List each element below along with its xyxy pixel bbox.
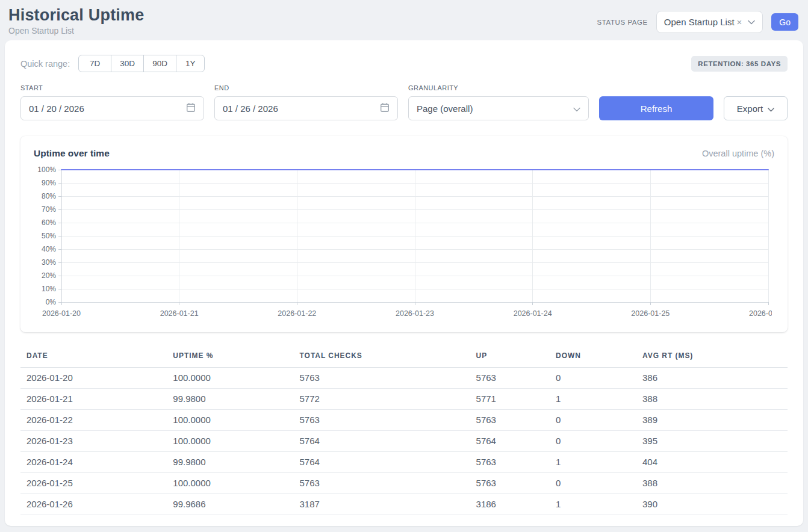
table-cell: 5763 (470, 452, 550, 473)
table-cell: 2026-01-21 (20, 389, 167, 410)
table-cell: 1 (550, 389, 636, 410)
go-button[interactable]: Go (771, 13, 798, 31)
chart-legend: Overall uptime (%) (702, 149, 774, 158)
svg-text:70%: 70% (42, 205, 56, 214)
svg-text:100%: 100% (37, 165, 56, 174)
svg-text:60%: 60% (42, 218, 56, 227)
status-page-select[interactable]: Open Startup List × (656, 11, 763, 33)
granularity-field: GRANULARITY Page (overall) (408, 84, 589, 120)
table-cell: 5764 (470, 431, 550, 452)
status-page-label: STATUS PAGE (597, 19, 648, 26)
export-button[interactable]: Export (724, 96, 788, 120)
table-cell: 1 (550, 452, 636, 473)
title-block: Historical Uptime Open Startup List (8, 6, 144, 36)
table-cell: 99.9686 (167, 494, 293, 515)
svg-text:90%: 90% (42, 179, 56, 187)
table-cell: 2026-01-25 (20, 473, 167, 494)
calendar-icon[interactable] (186, 102, 196, 114)
svg-text:2026-01-23: 2026-01-23 (396, 309, 434, 318)
page-subtitle: Open Startup List (8, 26, 144, 36)
svg-text:10%: 10% (42, 285, 56, 293)
svg-text:2026-01-22: 2026-01-22 (278, 309, 316, 318)
end-date-value: 01 / 26 / 2026 (223, 104, 278, 114)
uptime-table: DATEUPTIME %TOTAL CHECKSUPDOWNAVG RT (MS… (20, 347, 788, 515)
table-cell: 0 (550, 473, 636, 494)
quick-range-label: Quick range: (20, 59, 70, 69)
chevron-down-icon (768, 104, 774, 114)
table-cell: 100.0000 (167, 368, 293, 389)
table-cell: 395 (636, 431, 788, 452)
quick-range-group: 7D30D90D1Y (78, 55, 205, 72)
table-row: 2026-01-2199.9800577257711388 (20, 389, 788, 410)
quick-range-1y-button[interactable]: 1Y (176, 55, 205, 72)
page-title: Historical Uptime (8, 6, 144, 24)
svg-text:50%: 50% (42, 232, 56, 240)
end-date-field: END 01 / 26 / 2026 (214, 84, 398, 120)
table-cell: 5763 (294, 368, 470, 389)
clear-icon[interactable]: × (737, 17, 742, 27)
table-cell: 2026-01-20 (20, 368, 167, 389)
table-cell: 2026-01-24 (20, 452, 167, 473)
svg-text:2026-01-24: 2026-01-24 (514, 309, 552, 318)
start-date-field: START 01 / 20 / 2026 (20, 84, 204, 120)
uptime-chart-card: Uptime over time Overall uptime (%) 100%… (20, 136, 788, 332)
table-cell: 5763 (294, 410, 470, 431)
table-cell: 0 (550, 410, 636, 431)
table-cell: 5764 (294, 452, 470, 473)
table-cell: 5771 (470, 389, 550, 410)
calendar-icon[interactable] (380, 102, 390, 114)
table-cell: 99.9800 (167, 452, 293, 473)
svg-text:2026-01-26: 2026-01-26 (749, 309, 772, 318)
quick-range-30d-button[interactable]: 30D (111, 55, 144, 72)
table-cell: 5772 (294, 389, 470, 410)
table-cell: 2026-01-23 (20, 431, 167, 452)
chart-header: Uptime over time Overall uptime (%) (34, 148, 774, 159)
svg-text:2026-01-21: 2026-01-21 (160, 309, 199, 318)
quick-range-90d-button[interactable]: 90D (143, 55, 176, 72)
table-cell: 388 (636, 389, 788, 410)
granularity-select[interactable]: Page (overall) (408, 96, 589, 120)
table-header-row: DATEUPTIME %TOTAL CHECKSUPDOWNAVG RT (MS… (20, 347, 788, 368)
table-cell: 5763 (470, 410, 550, 431)
table-cell: 3186 (470, 494, 550, 515)
export-button-label: Export (737, 104, 763, 114)
chart-title: Uptime over time (34, 148, 110, 159)
quick-range-7d-button[interactable]: 7D (78, 55, 111, 72)
status-page-selected-value: Open Startup List (664, 17, 735, 27)
chevron-down-icon (748, 20, 755, 25)
granularity-selected-value: Page (overall) (417, 104, 473, 114)
topbar-right: STATUS PAGE Open Startup List × Go (597, 11, 798, 33)
end-date-label: END (214, 84, 398, 91)
table-cell: 100.0000 (167, 410, 293, 431)
retention-badge: RETENTION: 365 DAYS (691, 56, 788, 72)
table-row: 2026-01-23100.0000576457640395 (20, 431, 788, 452)
uptime-line-chart: 100%90%80%70%60%50%40%30%20%10%0%2026-01… (34, 164, 774, 326)
table-cell: 2026-01-26 (20, 494, 167, 515)
table-row: 2026-01-20100.0000576357630386 (20, 368, 788, 389)
table-cell: 404 (636, 452, 788, 473)
table-cell: 3187 (294, 494, 470, 515)
table-row: 2026-01-22100.0000576357630389 (20, 410, 788, 431)
column-header: TOTAL CHECKS (294, 347, 470, 368)
table-cell: 1 (550, 494, 636, 515)
table-cell: 5763 (294, 473, 470, 494)
table-cell: 99.9800 (167, 389, 293, 410)
table-cell: 100.0000 (167, 473, 293, 494)
start-date-input[interactable]: 01 / 20 / 2026 (20, 96, 204, 120)
svg-text:20%: 20% (42, 271, 56, 280)
filters-row: START 01 / 20 / 2026 END 01 / 26 / 2026 (20, 84, 788, 120)
table-row: 2026-01-25100.0000576357630388 (20, 473, 788, 494)
topbar: Historical Uptime Open Startup List STAT… (0, 0, 808, 36)
start-date-value: 01 / 20 / 2026 (29, 104, 84, 114)
end-date-input[interactable]: 01 / 26 / 2026 (214, 96, 398, 120)
table-cell: 5764 (294, 431, 470, 452)
svg-text:80%: 80% (42, 192, 56, 200)
column-header: UP (470, 347, 550, 368)
refresh-button[interactable]: Refresh (599, 96, 713, 120)
chevron-down-icon (573, 104, 580, 114)
table-cell: 5763 (470, 368, 550, 389)
table-cell: 0 (550, 431, 636, 452)
svg-text:30%: 30% (42, 258, 56, 267)
column-header: AVG RT (MS) (636, 347, 788, 368)
table-cell: 5763 (470, 473, 550, 494)
